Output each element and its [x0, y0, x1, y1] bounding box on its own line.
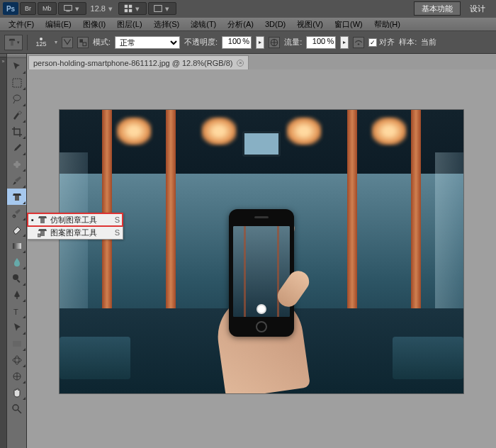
svg-rect-29: [40, 218, 45, 223]
svg-rect-3: [129, 5, 132, 8]
sample-value[interactable]: 当前: [421, 37, 436, 47]
blend-mode-select[interactable]: 正常: [115, 36, 180, 49]
zoom-tool[interactable]: [7, 401, 26, 417]
tools-panel: T: [7, 54, 27, 448]
svg-rect-30: [40, 231, 45, 236]
history-brush-tool[interactable]: [7, 205, 26, 221]
svg-rect-17: [15, 196, 19, 201]
svg-rect-21: [16, 279, 20, 283]
3d-camera-tool[interactable]: [7, 368, 26, 384]
menu-help[interactable]: 帮助(H): [368, 18, 406, 30]
toggle-brush-panel-icon[interactable]: [62, 37, 73, 48]
flyout-item-shortcut: S: [115, 215, 120, 224]
marquee-tool[interactable]: [7, 74, 26, 91]
svg-point-28: [13, 405, 18, 410]
svg-rect-12: [13, 79, 21, 87]
rectangle-tool[interactable]: [7, 335, 26, 352]
document-tab[interactable]: person-holding-smartphone-861112.jpg @ 1…: [28, 55, 249, 69]
airbrush-icon[interactable]: [353, 37, 364, 48]
collapse-arrow-icon[interactable]: »: [0, 57, 6, 65]
close-tab-icon[interactable]: ×: [237, 60, 244, 67]
aligned-checkbox[interactable]: ✓对齐: [368, 37, 395, 47]
mode-label: 模式:: [93, 37, 111, 47]
flyout-item-shortcut: S: [115, 228, 120, 237]
svg-text:T: T: [13, 308, 18, 316]
menu-view[interactable]: 视图(V): [291, 18, 329, 30]
document-tab-title: person-holding-smartphone-861112.jpg @ 1…: [33, 59, 232, 67]
svg-rect-19: [13, 243, 21, 249]
svg-rect-0: [64, 6, 72, 11]
clone-source-panel-icon[interactable]: [77, 37, 89, 48]
flow-flyout-icon[interactable]: ▸: [340, 36, 349, 49]
gradient-tool[interactable]: [7, 237, 26, 254]
workspace-basic-button[interactable]: 基本功能: [414, 1, 461, 16]
flyout-item-label: 图案图章工具: [50, 228, 97, 238]
clone-stamp-tool[interactable]: [7, 189, 26, 205]
path-select-tool[interactable]: [7, 319, 26, 335]
menu-file[interactable]: 文件(F): [3, 18, 40, 30]
svg-rect-4: [125, 9, 128, 12]
hand-tool[interactable]: [7, 384, 26, 401]
flyout-item-label: 仿制图章工具: [50, 215, 97, 225]
clone-stamp-icon: [38, 215, 47, 225]
3d-rotate-tool[interactable]: [7, 352, 26, 368]
svg-point-22: [16, 298, 18, 299]
image-content: [60, 110, 463, 393]
brush-tool[interactable]: [7, 172, 26, 189]
selected-bullet-icon: ▪: [30, 215, 35, 224]
clone-stamp-tool-item[interactable]: ▪ 仿制图章工具 S: [28, 213, 123, 226]
opacity-flyout-icon[interactable]: ▸: [256, 36, 264, 49]
blur-tool[interactable]: [7, 254, 26, 270]
healing-brush-tool[interactable]: [7, 156, 26, 172]
eraser-tool[interactable]: [7, 221, 26, 237]
svg-rect-5: [129, 9, 132, 12]
type-tool[interactable]: T: [7, 303, 26, 319]
menu-select[interactable]: 选择(S): [148, 18, 186, 30]
crop-tool[interactable]: [7, 123, 26, 140]
move-tool[interactable]: [7, 58, 26, 74]
flow-input[interactable]: 100%: [306, 36, 336, 49]
svg-point-11: [358, 43, 359, 45]
svg-rect-2: [125, 5, 128, 8]
screen-mode-button[interactable]: ▾: [58, 2, 86, 15]
zoom-level[interactable]: 12.8 ▾: [88, 2, 117, 15]
svg-rect-16: [16, 161, 18, 168]
minibridge-button[interactable]: Mb: [38, 2, 57, 15]
svg-point-26: [15, 356, 19, 364]
extras-button[interactable]: ▾: [148, 2, 176, 15]
main-menu-bar: 文件(F) 编辑(E) 图像(I) 图层(L) 选择(S) 滤镜(T) 分析(A…: [0, 17, 496, 31]
svg-point-14: [18, 111, 21, 114]
menu-analysis[interactable]: 分析(A): [222, 18, 259, 30]
bridge-button[interactable]: Br: [20, 2, 36, 15]
arrange-button[interactable]: ▾: [118, 2, 147, 15]
workspace-design-button[interactable]: 设计: [462, 1, 493, 16]
menu-image[interactable]: 图像(I): [77, 18, 111, 30]
pattern-stamp-tool-item[interactable]: 图案图章工具 S: [28, 226, 123, 239]
menu-layer[interactable]: 图层(L): [111, 18, 147, 30]
menu-window[interactable]: 窗口(W): [329, 18, 368, 30]
menu-3d[interactable]: 3D(D): [259, 18, 291, 30]
canvas-viewport[interactable]: [27, 69, 496, 448]
tablet-pressure-opacity-icon[interactable]: [269, 37, 280, 48]
pen-tool[interactable]: [7, 286, 26, 303]
svg-rect-9: [83, 43, 86, 46]
current-tool-icon[interactable]: ▾: [4, 35, 23, 50]
quick-select-tool[interactable]: [7, 107, 26, 123]
svg-point-25: [13, 358, 21, 362]
stamp-tool-flyout: ▪ 仿制图章工具 S 图案图章工具 S: [27, 213, 123, 240]
menu-edit[interactable]: 编辑(E): [40, 18, 77, 30]
brush-preset-picker[interactable]: 125: [32, 34, 50, 51]
svg-rect-7: [11, 40, 13, 45]
menu-filter[interactable]: 滤镜(T): [185, 18, 222, 30]
svg-rect-31: [38, 234, 40, 237]
tool-options-bar: ▾ 125 ▾ 模式: 正常 不透明度: 100% ▸ 流量: 100% ▸ ✓…: [0, 31, 496, 54]
opacity-input[interactable]: 100%: [222, 36, 252, 49]
lasso-tool[interactable]: [7, 91, 26, 107]
pattern-stamp-icon: [38, 228, 47, 237]
opacity-label: 不透明度:: [184, 37, 218, 47]
sample-label: 样本:: [399, 37, 417, 47]
photoshop-logo-icon: Ps: [3, 2, 18, 15]
eyedropper-tool[interactable]: [7, 140, 26, 156]
flow-label: 流量:: [284, 37, 302, 47]
dodge-tool[interactable]: [7, 270, 26, 286]
